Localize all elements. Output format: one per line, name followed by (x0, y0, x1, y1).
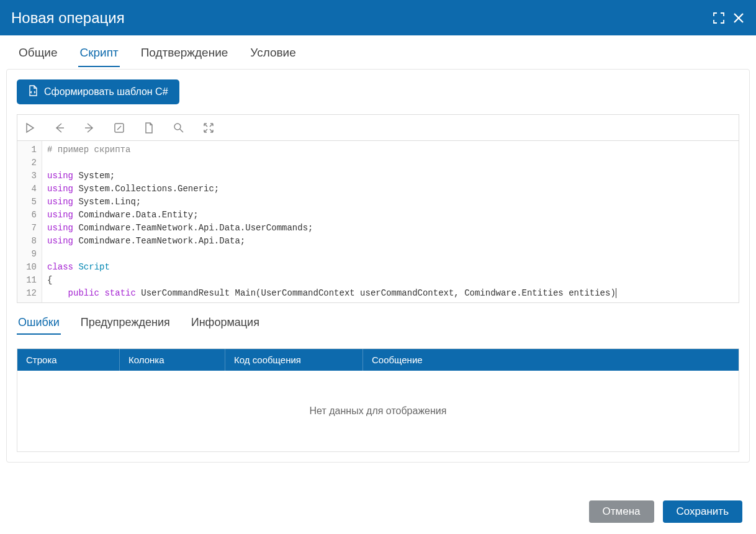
code-editor[interactable]: 123456789101112 # пример скриптаusing Sy… (17, 140, 739, 303)
generate-template-button[interactable]: Сформировать шаблон C# (17, 79, 179, 104)
fullscreen-icon[interactable] (713, 12, 725, 24)
result-sub-tabs: Ошибки Предупреждения Информация (17, 310, 739, 335)
line-gutter: 123456789101112 (17, 141, 42, 302)
sub-tab-errors[interactable]: Ошибки (17, 310, 61, 335)
footer-buttons: Отмена Сохранить (589, 500, 742, 523)
file-icon[interactable] (143, 122, 155, 134)
run-icon[interactable] (24, 122, 36, 134)
close-icon[interactable] (732, 12, 745, 24)
tab-confirmation[interactable]: Подтверждение (140, 37, 230, 67)
back-icon[interactable] (53, 122, 66, 134)
editor-toolbar (17, 114, 739, 140)
svg-point-1 (174, 124, 181, 130)
content-panel: Сформировать шаблон C# 123456789101112 #… (6, 69, 750, 463)
cancel-button[interactable]: Отмена (589, 500, 654, 523)
file-code-icon (28, 85, 38, 99)
th-column[interactable]: Колонка (120, 349, 225, 371)
main-tabs: Общие Скрипт Подтверждение Условие (0, 35, 756, 69)
th-line[interactable]: Строка (17, 349, 120, 371)
th-code[interactable]: Код сообщения (225, 349, 363, 371)
code-area[interactable]: # пример скриптаusing System;using Syste… (42, 141, 739, 302)
result-table: Строка Колонка Код сообщения Сообщение Н… (17, 348, 739, 452)
dialog-title: Новая операция (11, 9, 125, 27)
tab-condition[interactable]: Условие (249, 37, 297, 67)
edit-icon[interactable] (113, 122, 125, 134)
expand-icon[interactable] (202, 122, 215, 134)
search-icon[interactable] (173, 122, 185, 134)
th-message[interactable]: Сообщение (363, 349, 739, 371)
generate-template-label: Сформировать шаблон C# (44, 86, 168, 97)
sub-tab-warnings[interactable]: Предупреждения (79, 310, 171, 335)
forward-icon[interactable] (83, 122, 96, 134)
table-header-row: Строка Колонка Код сообщения Сообщение (17, 349, 739, 371)
sub-tab-info[interactable]: Информация (190, 310, 261, 335)
save-button[interactable]: Сохранить (663, 500, 742, 523)
table-empty-state: Нет данных для отображения (17, 371, 739, 451)
header-controls (713, 12, 745, 24)
dialog-header: Новая операция (0, 0, 756, 35)
tab-general[interactable]: Общие (17, 37, 58, 67)
tab-script[interactable]: Скрипт (78, 37, 119, 67)
